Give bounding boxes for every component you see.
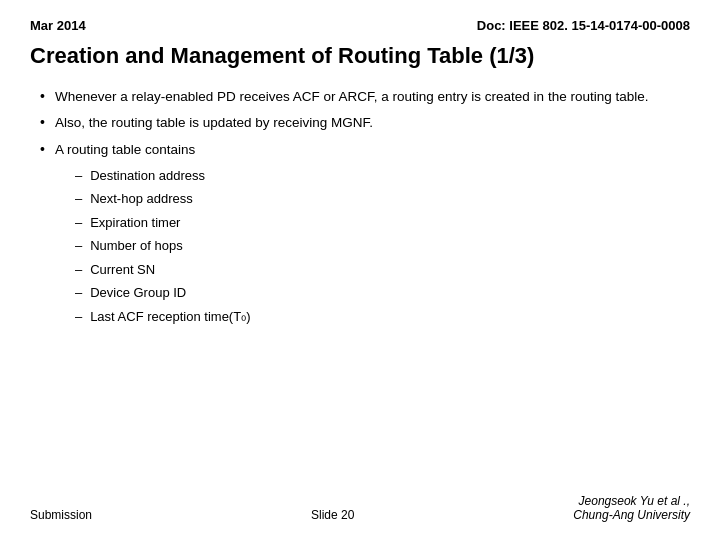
content-area: • Whenever a relay-enabled PD receives A…	[30, 87, 690, 332]
footer-submission: Submission	[30, 508, 92, 522]
bullet-3-label: A routing table contains	[55, 142, 195, 157]
bullet-text-1: Whenever a relay-enabled PD receives ACF…	[55, 87, 649, 107]
sub-text-5: Current SN	[90, 260, 155, 280]
sub-dash-6: –	[75, 283, 82, 303]
sub-text-7: Last ACF reception time(T₀)	[90, 307, 250, 327]
footer-author-name: Jeongseok Yu et al .,	[573, 494, 690, 508]
sub-text-6: Device Group ID	[90, 283, 186, 303]
footer-slide-number: Slide 20	[311, 508, 354, 522]
sub-item-3: – Expiration timer	[75, 213, 251, 233]
bullet-item-2: • Also, the routing table is updated by …	[40, 113, 690, 133]
sub-item-2: – Next-hop address	[75, 189, 251, 209]
sub-item-7: – Last ACF reception time(T₀)	[75, 307, 251, 327]
bullet-dot-1: •	[40, 88, 45, 104]
sub-text-3: Expiration timer	[90, 213, 180, 233]
footer-university: Chung-Ang University	[573, 508, 690, 522]
sub-item-6: – Device Group ID	[75, 283, 251, 303]
sub-dash-2: –	[75, 189, 82, 209]
bullet-dot-3: •	[40, 141, 45, 157]
footer: Submission Slide 20 Jeongseok Yu et al .…	[30, 494, 690, 522]
header-doc: Doc: IEEE 802. 15-14-0174-00-0008	[477, 18, 690, 33]
sub-item-4: – Number of hops	[75, 236, 251, 256]
sub-text-1: Destination address	[90, 166, 205, 186]
header: Mar 2014 Doc: IEEE 802. 15-14-0174-00-00…	[30, 18, 690, 33]
slide-title: Creation and Management of Routing Table…	[30, 43, 690, 69]
header-date: Mar 2014	[30, 18, 86, 33]
sub-dash-3: –	[75, 213, 82, 233]
sub-dash-5: –	[75, 260, 82, 280]
main-bullet-list: • Whenever a relay-enabled PD receives A…	[40, 87, 690, 332]
sub-text-4: Number of hops	[90, 236, 183, 256]
sub-text-2: Next-hop address	[90, 189, 193, 209]
bullet-dot-2: •	[40, 114, 45, 130]
bullet-text-2: Also, the routing table is updated by re…	[55, 113, 373, 133]
sub-dash-7: –	[75, 307, 82, 327]
bullet-text-3: A routing table contains – Destination a…	[55, 140, 251, 333]
sub-dash-4: –	[75, 236, 82, 256]
bullet-item-1: • Whenever a relay-enabled PD receives A…	[40, 87, 690, 107]
sub-item-5: – Current SN	[75, 260, 251, 280]
footer-author: Jeongseok Yu et al ., Chung-Ang Universi…	[573, 494, 690, 522]
sub-bullet-list: – Destination address – Next-hop address…	[75, 166, 251, 327]
slide: Mar 2014 Doc: IEEE 802. 15-14-0174-00-00…	[0, 0, 720, 540]
bullet-item-3: • A routing table contains – Destination…	[40, 140, 690, 333]
sub-dash-1: –	[75, 166, 82, 186]
sub-item-1: – Destination address	[75, 166, 251, 186]
